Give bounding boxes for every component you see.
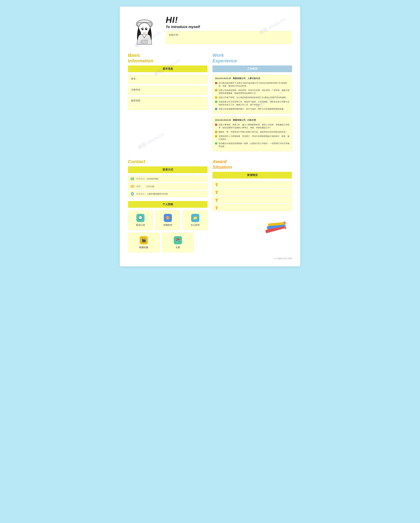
job1-item-3: 负责公司资产管理、办公用品和防保用品的管理工作,避免公司资产流失和损耗； <box>215 96 290 99</box>
skills-section: 个人技能 💬 英语口语 🎨 作图软件 📁 办公软件 <box>128 201 208 252</box>
header-section: HI! To introduce myself 自我介绍： <box>128 13 292 46</box>
edu-field: 教育背景： <box>128 97 208 110</box>
contact-award-row: Contact 联系方式 联系电话 1234567890 邮箱 <box>128 159 292 252</box>
work-exp-bar: 工作经历 <box>212 65 292 72</box>
basic-info-bar: 基本信息 <box>128 65 208 72</box>
name-field: 姓名： <box>128 75 208 84</box>
job1-item-5: 负责公司各项规章制度的推行、执行与追踪，维护公司各项规章制度的权威； <box>215 107 290 110</box>
job2-item-3: 负责组织社人力资源发展、劳动用工、劳动力利用程度指标计划的拟订、检查、修订及执行… <box>215 135 290 141</box>
dot-icon <box>215 135 217 137</box>
header-right: HI! To introduce myself 自我介绍： <box>166 15 292 44</box>
skills-bar: 个人技能 <box>128 201 208 208</box>
svg-point-6 <box>146 28 147 29</box>
major-field: 主修专业： <box>128 86 208 95</box>
address-value: 上海市浦东新区XXX街 <box>146 193 168 196</box>
svg-point-3 <box>141 28 144 30</box>
job1-item-2: 负责公司的食堂管理、宿舍管理、环境卫生管理、绿化管理、厂房管理、基建工程管理和房… <box>215 89 290 95</box>
job2-item-2: 编制年、季、月度劳动力平衡计划和工资计划，搞好劳动力的合理流动和安排； <box>215 131 290 133</box>
dot-icon <box>215 131 217 133</box>
contact-skills-col: Contact 联系方式 联系电话 1234567890 邮箱 <box>128 159 208 252</box>
skill-icon-writing: 📚 <box>174 236 182 244</box>
trophy-icon-2: 🏆 <box>215 191 218 194</box>
job1-item-1: 在行政总监的领导下,负责公司的行政后勤工作,安全保卫和班防管理工作,创造舒适、优… <box>215 82 290 88</box>
job2-item-4: 坚决服从分管副总经理的统一指挥，认真执行其工作指令，一切管理行为向主管领导负责； <box>215 142 290 148</box>
skills-grid-bottom: 🎬 视频拍摄 📚 文案 <box>128 233 194 252</box>
edu-label: 教育背景： <box>131 99 143 102</box>
email-row: 邮箱 11111@ <box>128 183 208 189</box>
trophy-icon-3: 🏆 <box>215 198 218 202</box>
skill-card-4: 🎬 视频拍摄 <box>128 233 160 252</box>
contact-title-en: Contact <box>128 159 208 164</box>
avatar <box>128 13 161 46</box>
work-exp-col: WorkExperience 工作经历 2014.04-2015.05 树图有限… <box>212 52 292 154</box>
job2-header: 2015.06-2019.05 树图有限公司 行政主管 <box>215 119 290 122</box>
name-label: 姓名： <box>131 77 138 80</box>
contact-bar: 联系方式 <box>128 166 208 173</box>
skill-icon-video: 🎬 <box>140 236 148 244</box>
svg-point-4 <box>145 28 147 30</box>
award-row-3: 🏆 <box>212 196 292 203</box>
contact-rows: 联系电话 1234567890 邮箱 11111@ <box>128 176 208 197</box>
award-title-en: AwardSituation <box>212 159 292 170</box>
skill-label-1: 英语口语 <box>136 224 145 227</box>
award-row-1: 🏆 <box>212 181 292 188</box>
email-icon <box>130 185 135 188</box>
svg-point-10 <box>132 193 133 194</box>
main-two-col: BasicInformation 基本信息 姓名： 主修专业： 教育背景： Wo… <box>128 52 292 154</box>
dot-icon <box>215 89 217 91</box>
skill-label-2: 作图软件 <box>163 224 172 227</box>
phone-label: 联系电话 <box>136 177 145 180</box>
skill-card-5: 📚 文案 <box>162 233 194 252</box>
skill-card-1: 💬 英语口语 <box>128 210 153 230</box>
phone-row: 联系电话 1234567890 <box>128 176 208 182</box>
skill-label-5: 文案 <box>176 246 180 249</box>
award-rows: 🏆 🏆 🏆 🏆 <box>212 181 292 211</box>
trophy-icon-1: 🏆 <box>215 183 218 186</box>
hi-title: HI! <box>166 15 292 25</box>
address-icon <box>130 192 135 196</box>
skill-icon-drawing: 🎨 <box>164 214 172 222</box>
basic-info-col: BasicInformation 基本信息 姓名： 主修专业： 教育背景： <box>128 52 208 154</box>
intro-label: 自我介绍： <box>169 33 180 36</box>
work-card-1: 2014.04-2015.05 树图有限公司 人事行政专员 在行政总监的领导下,… <box>212 75 292 114</box>
deco-books-area <box>212 214 292 237</box>
skill-label-3: 办公软件 <box>191 224 200 227</box>
phone-value: 1234567890 <box>146 178 158 180</box>
job1-item-4: 全面负责公司卫生管理工作、包括学习值班、公司员收队、消防安全及公司重大活动的安全… <box>215 100 290 106</box>
basic-info-title-en: BasicInformation <box>128 52 208 64</box>
job2-period: 2015.06-2019.05 <box>215 119 231 121</box>
svg-point-5 <box>142 28 143 29</box>
dot-icon <box>215 82 217 84</box>
work-card-2: 2015.06-2019.05 树图有限公司 行政主管 负责人事考核、考查工作，… <box>212 116 292 151</box>
skill-label-4: 视频拍摄 <box>139 246 148 249</box>
job2-item-1: 负责人事考核、考查工作，建立人事档案资料库；规范人才培养、考查遴选工作程序；组织… <box>215 123 290 129</box>
trophy-icon-4: 🏆 <box>215 206 218 209</box>
contact-section: Contact 联系方式 联系电话 1234567890 邮箱 <box>128 159 208 197</box>
dot-icon <box>215 96 217 99</box>
email-label: 邮箱 <box>136 185 145 188</box>
award-col: AwardSituation 奖项情况 🏆 🏆 🏆 🏆 <box>212 159 292 252</box>
skill-card-2: 🎨 作图软件 <box>155 210 180 230</box>
svg-rect-7 <box>141 40 147 43</box>
award-row-4: 🏆 <box>212 204 292 211</box>
address-label: 联系地址 <box>136 193 145 196</box>
bottom-note: 以上插图均来自千图网 <box>128 257 292 260</box>
address-row: 联系地址 上海市浦东新区XXX街 <box>128 191 208 197</box>
job1-company: 树图有限公司 <box>233 77 246 80</box>
dot-icon <box>215 101 217 103</box>
intro-box: 自我介绍： <box>166 31 292 44</box>
email-value: 11111@ <box>146 185 154 188</box>
hi-subtitle: To introduce myself <box>166 25 292 29</box>
major-label: 主修专业： <box>131 88 143 91</box>
award-bar: 奖项情况 <box>212 172 292 179</box>
dot-icon <box>215 142 217 145</box>
skill-icon-english: 💬 <box>136 214 145 222</box>
job2-company: 树图有限公司 <box>233 119 246 121</box>
phone-icon <box>130 177 135 180</box>
skill-icon-office: 📁 <box>191 214 199 222</box>
award-row-2: 🏆 <box>212 189 292 196</box>
work-exp-title-en: WorkExperience <box>212 52 292 64</box>
skill-card-3: 📁 办公软件 <box>183 210 208 230</box>
books-illustration <box>259 214 292 237</box>
job1-period: 2014.04-2015.05 <box>215 77 231 80</box>
